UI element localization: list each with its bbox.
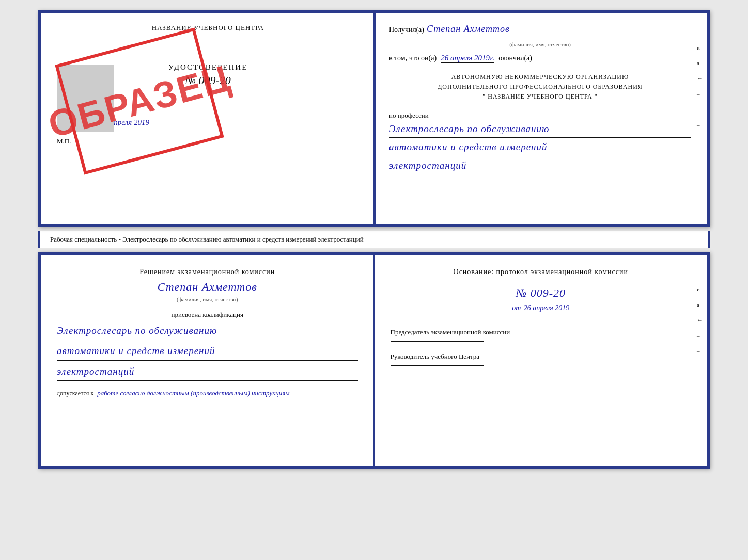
profession-line1: Электрослесарь по обслуживанию	[389, 122, 691, 138]
mark-5: –	[697, 106, 703, 113]
org-line3: " НАЗВАНИЕ УЧЕБНОГО ЦЕНТРА "	[389, 92, 691, 102]
mark-2: а	[697, 60, 703, 66]
date-value: 26 апреля 2019г.	[441, 54, 494, 63]
dash-after-name: –	[688, 26, 691, 34]
допускается-prefix: допускается к работе согласно должностны…	[57, 389, 358, 397]
director-label: Руководитель учебного Центра	[391, 353, 480, 360]
bottom-right-panel: Основание: протокол экзаменационной коми…	[375, 255, 707, 466]
top-document: НАЗВАНИЕ УЧЕБНОГО ЦЕНТРА ОБРАЗЕЦ УДОСТОВ…	[38, 10, 710, 227]
qualification-line3: электростанций	[57, 364, 358, 381]
bottom-left-fio-sub: (фамилия, имя, отчество)	[57, 296, 358, 302]
received-label: Получил(а)	[389, 26, 424, 34]
qualification-line1: Электрослесарь по обслуживанию	[57, 323, 358, 340]
photo-placeholder	[57, 65, 114, 132]
document-wrapper: НАЗВАНИЕ УЧЕБНОГО ЦЕНТРА ОБРАЗЕЦ УДОСТОВ…	[38, 10, 710, 469]
profession-label: по профессии	[389, 111, 691, 120]
director-sig-line	[391, 365, 484, 366]
received-name: Степан Ахметтов	[427, 24, 683, 36]
bmark-3: ←	[697, 317, 703, 323]
top-left-title: НАЗВАНИЕ УЧЕБНОГО ЦЕНТРА	[57, 24, 359, 32]
mark-4: –	[697, 91, 703, 97]
chairman-sig-line	[391, 341, 484, 342]
date-prefix: в том, что он(а)	[389, 54, 437, 62]
osnование-title: Основание: протокол экзаменационной коми…	[391, 268, 692, 276]
date-suffix: окончил(а)	[498, 54, 532, 62]
top-right-fio-sub: (фамилия, имя, отчество)	[389, 41, 691, 47]
bmark-2: а	[697, 301, 703, 308]
protocol-date-value: 26 апреля 2019	[524, 304, 569, 312]
profession-line2: автоматики и средств измерений	[389, 140, 691, 156]
date-line: в том, что он(а) 26 апреля 2019г. окончи…	[389, 54, 691, 63]
mark-6: –	[697, 122, 703, 128]
protocol-number: № 009-20	[391, 286, 692, 300]
mark-1: и	[697, 44, 703, 51]
profession-line3: электростанций	[389, 158, 691, 175]
top-right-side-marks: и а ← – – –	[697, 44, 703, 128]
bmark-1: и	[697, 286, 703, 292]
bmark-6: –	[697, 363, 703, 370]
org-line1: АВТОНОМНУЮ НЕКОММЕРЧЕСКУЮ ОРГАНИЗАЦИЮ	[389, 72, 691, 82]
bottom-left-sig-line	[57, 408, 160, 408]
bottom-document: Решением экзаменационной комиссии Степан…	[38, 252, 710, 469]
допускается-value: работе согласно должностным (производств…	[97, 389, 289, 397]
допускается-label: допускается к	[57, 390, 93, 397]
chairman-block: Председатель экзаменационной комиссии	[391, 328, 692, 337]
qualification-line2: автоматики и средств измерений	[57, 343, 358, 360]
mark-3: ←	[697, 75, 703, 82]
top-right-panel: Получил(а) Степан Ахметтов – (фамилия, и…	[376, 13, 707, 224]
bmark-4: –	[697, 332, 703, 339]
person-name-bottom: Степан Ахметтов	[57, 280, 358, 295]
bottom-left-panel: Решением экзаменационной комиссии Степан…	[41, 255, 375, 466]
chairman-label: Председатель экзаменационной комиссии	[391, 328, 510, 336]
subtitle-text: Рабочая специальность - Электрослесарь п…	[50, 235, 364, 243]
org-line2: ДОПОЛНИТЕЛЬНОГО ПРОФЕССИОНАЛЬНОГО ОБРАЗО…	[389, 82, 691, 92]
top-left-panel: НАЗВАНИЕ УЧЕБНОГО ЦЕНТРА ОБРАЗЕЦ УДОСТОВ…	[41, 13, 376, 224]
org-block: АВТОНОМНУЮ НЕКОММЕРЧЕСКУЮ ОРГАНИЗАЦИЮ ДО…	[389, 72, 691, 102]
bottom-right-side-marks: и а ← – – –	[697, 286, 703, 370]
bmark-5: –	[697, 348, 703, 354]
director-block: Руководитель учебного Центра	[391, 352, 692, 361]
protocol-date-prefix: от	[512, 304, 521, 312]
subtitle-row: Рабочая специальность - Электрослесарь п…	[38, 231, 710, 248]
qualification-label: присвоена квалификация	[57, 311, 358, 319]
commission-title: Решением экзаменационной комиссии	[57, 268, 358, 276]
received-line: Получил(а) Степан Ахметтов –	[389, 24, 691, 36]
protocol-date: от 26 апреля 2019	[391, 304, 692, 312]
cert-mp: М.П.	[57, 137, 359, 146]
